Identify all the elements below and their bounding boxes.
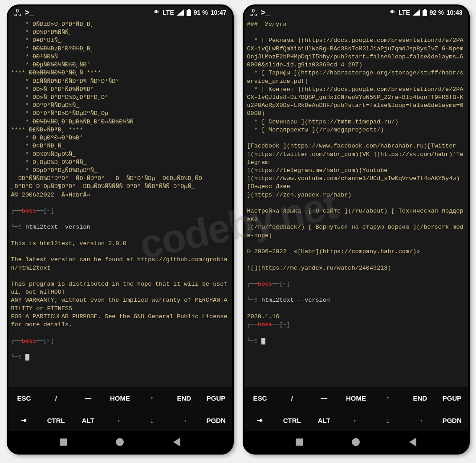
svg-point-4: [392, 12, 393, 13]
key-tab[interactable]: ⇥: [244, 409, 277, 431]
signal-icon: [413, 9, 420, 16]
prompt-line: ┌──boss──[~]: [247, 321, 465, 329]
phone-right: 0 CPU >_ LTE 92 % 10:43 ### Услуги * [ Р…: [243, 4, 470, 455]
key-home[interactable]: HOME: [104, 387, 136, 409]
key-pgup[interactable]: PGUP: [436, 387, 468, 409]
prompt-line: ┌──boss──[~]: [11, 337, 229, 345]
key-pgdn[interactable]: PGDN: [200, 409, 232, 431]
svg-point-0: [156, 12, 157, 13]
key-row-1: ESC / — HOME ↑ END PGUP: [244, 387, 468, 409]
terminal-output[interactable]: ### Услуги * [ Реклама ](https://docs.go…: [244, 19, 468, 387]
key-row-2: ⇥ CTRL ALT ← ↓ → PGDN: [244, 409, 468, 431]
key-ctrl[interactable]: CTRL: [276, 409, 308, 431]
battery-icon: [423, 9, 427, 16]
svg-rect-7: [424, 9, 426, 10]
recents-button[interactable]: [296, 438, 303, 446]
recents-button[interactable]: [60, 438, 67, 446]
version-output: 2020.1.16: [247, 313, 280, 320]
network-label: LTE: [399, 9, 410, 16]
key-tab[interactable]: ⇥: [8, 409, 41, 431]
key-down[interactable]: ↓: [136, 409, 168, 431]
key-dash[interactable]: —: [308, 387, 340, 409]
svg-marker-1: [177, 9, 184, 16]
clock: 10:43: [447, 9, 463, 16]
svg-rect-6: [423, 10, 427, 16]
battery-percent: 92 %: [430, 9, 444, 16]
terminal-icon: >_: [260, 8, 270, 17]
network-label: LTE: [163, 9, 174, 16]
home-button[interactable]: [352, 438, 360, 446]
key-dash[interactable]: —: [72, 387, 104, 409]
svg-rect-3: [188, 9, 190, 10]
clock: 10:47: [211, 9, 227, 16]
signal-icon: [177, 9, 184, 16]
battery-percent: 91 %: [194, 9, 208, 16]
prompt-line: ┌──boss──[~]: [11, 207, 229, 215]
hotspot-icon: [153, 9, 160, 16]
key-down[interactable]: ↓: [372, 409, 404, 431]
key-right[interactable]: →: [404, 409, 436, 431]
key-up[interactable]: ↑: [136, 387, 168, 409]
status-bar: 0 CPU >_ LTE 92 % 10:43: [244, 6, 468, 19]
key-alt[interactable]: ALT: [72, 409, 104, 431]
key-home[interactable]: HOME: [340, 387, 372, 409]
key-left[interactable]: ←: [104, 409, 136, 431]
cpu-icon: 0 CPU: [250, 8, 257, 17]
command-line[interactable]: └─!: [11, 353, 229, 361]
terminal-text-block: * ÐÑÐ±Ð»Ð¸Ð°ÐºÑÐ¸Ð¸ * ÐÐ¼Ð²Ð¾ÑÑÑ¸ * Ð¥Ðº…: [11, 21, 202, 198]
terminal-output[interactable]: * ÐÑÐ±Ð»Ð¸Ð°ÐºÑÐ¸Ð¸ * ÐÐ¼Ð²Ð¾ÑÑÑ¸ * Ð¥Ðº…: [8, 19, 232, 387]
android-navbar: [244, 431, 468, 453]
key-esc[interactable]: ESC: [8, 387, 41, 409]
cursor: [261, 338, 265, 344]
key-right[interactable]: →: [168, 409, 200, 431]
key-slash[interactable]: /: [276, 387, 308, 409]
key-left[interactable]: ←: [340, 409, 372, 431]
back-button[interactable]: [409, 438, 416, 447]
phone-left: 0 CPU >_ LTE 91 % 10:47 * ÐÑÐ±Ð»Ð¸Ð°ÐºÑÐ…: [7, 4, 234, 455]
key-ctrl[interactable]: CTRL: [40, 409, 72, 431]
terminal-text-block: ### Услуги * [ Реклама ](https://docs.go…: [247, 21, 464, 271]
home-button[interactable]: [116, 438, 124, 446]
key-end[interactable]: END: [168, 387, 200, 409]
android-navbar: [8, 431, 232, 453]
key-row-1: ESC / — HOME ↑ END PGUP: [8, 387, 232, 409]
cpu-icon: 0 CPU: [14, 8, 21, 17]
key-end[interactable]: END: [404, 387, 436, 409]
svg-rect-2: [187, 10, 191, 16]
key-slash[interactable]: /: [40, 387, 72, 409]
key-esc[interactable]: ESC: [244, 387, 277, 409]
svg-marker-5: [413, 9, 420, 16]
key-pgup[interactable]: PGUP: [200, 387, 232, 409]
battery-icon: [187, 9, 191, 16]
version-output: This is html2text, version 2.0.0 The lat…: [11, 240, 231, 328]
key-up[interactable]: ↑: [372, 387, 404, 409]
command-line[interactable]: └─! html2text --version: [247, 296, 465, 304]
key-row-2: ⇥ CTRL ALT ← ↓ → PGDN: [8, 409, 232, 431]
status-bar: 0 CPU >_ LTE 91 % 10:47: [8, 6, 232, 19]
command-line[interactable]: └─!: [247, 337, 465, 345]
key-alt[interactable]: ALT: [308, 409, 340, 431]
command-line[interactable]: └─! html2text -version: [11, 223, 229, 231]
key-pgdn[interactable]: PGDN: [436, 409, 468, 431]
cursor: [25, 354, 29, 361]
prompt-line: ┌──boss──[~]: [247, 280, 465, 288]
hotspot-icon: [389, 9, 396, 16]
terminal-icon: >_: [24, 8, 34, 17]
back-button[interactable]: [173, 438, 180, 447]
